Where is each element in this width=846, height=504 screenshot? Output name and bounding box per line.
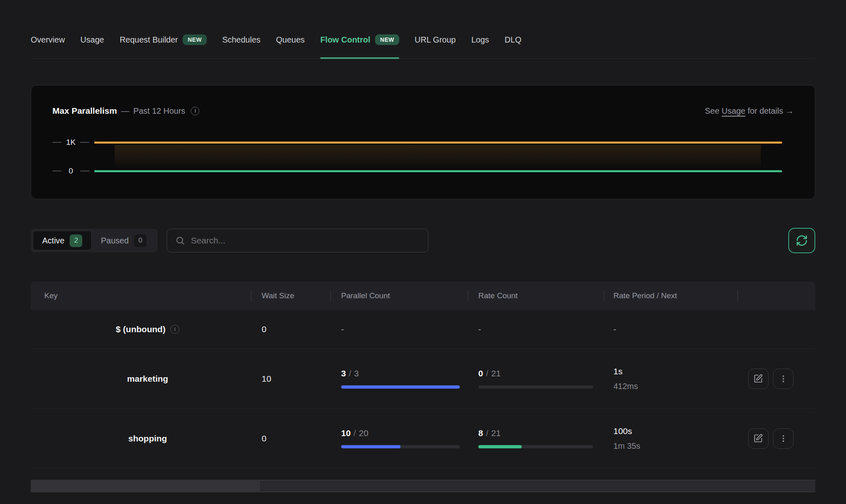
max-parallelism-card: Max Parallelism — Past 12 Hours i See Us… xyxy=(31,85,815,199)
flow-control-page: Overview Usage Request Builder NEW Sched… xyxy=(0,0,846,492)
parallel-empty: - xyxy=(341,324,468,334)
edit-pencil-icon xyxy=(753,434,763,443)
rate-next-value: 412ms xyxy=(613,382,737,391)
tab-dlq[interactable]: DLQ xyxy=(504,34,521,59)
new-badge: NEW xyxy=(375,34,399,45)
rate-count-metric: 0/21 xyxy=(478,369,604,389)
progress-fill xyxy=(341,445,400,448)
flow-control-table: Key Wait Size Parallel Count Rate Count … xyxy=(31,281,815,468)
axis-tick xyxy=(80,142,89,143)
rate-count-metric: 8/21 xyxy=(478,428,604,448)
horizontal-scrollbar-thumb[interactable] xyxy=(31,481,260,491)
rate-period-value: 1s xyxy=(613,367,737,376)
table-header: Key Wait Size Parallel Count Rate Count … xyxy=(31,281,815,310)
card-title: Max Parallelism xyxy=(52,106,117,116)
parallel-progress-bar xyxy=(341,385,460,389)
tab-flow-control[interactable]: Flow Control NEW xyxy=(320,34,399,59)
kebab-menu-icon xyxy=(779,374,788,383)
axis-tick xyxy=(52,142,61,143)
table-row: shopping 0 10/20 8/21 100s 1m 35s xyxy=(31,409,815,468)
tab-schedules[interactable]: Schedules xyxy=(222,34,260,59)
refresh-button[interactable] xyxy=(788,228,815,253)
period-empty: - xyxy=(613,324,737,334)
edit-button[interactable] xyxy=(748,428,769,449)
y-tick-1k: 1K xyxy=(61,138,80,147)
progress-fill xyxy=(341,385,460,389)
rate-empty: - xyxy=(478,324,604,334)
col-actions xyxy=(737,281,815,310)
paused-count-badge: 0 xyxy=(134,234,147,247)
table-row: marketing 10 3/3 0/21 1s 412ms xyxy=(31,349,815,409)
key-label: $ (unbound) xyxy=(116,324,165,334)
col-wait-size: Wait Size xyxy=(251,281,330,310)
edit-pencil-icon xyxy=(753,374,763,383)
table-row: $ (unbound) i 0 - - - xyxy=(31,310,815,349)
row-menu-button[interactable] xyxy=(773,428,794,449)
info-icon[interactable]: i xyxy=(191,107,199,115)
edit-button[interactable] xyxy=(748,369,769,389)
y-tick-0: 0 xyxy=(61,166,80,176)
parallel-progress-bar xyxy=(341,445,460,448)
wait-size-value: 10 xyxy=(262,374,330,384)
wait-size-value: 0 xyxy=(262,434,330,443)
usage-anchor[interactable]: Usage xyxy=(722,106,745,115)
card-range-label: Past 12 Hours xyxy=(133,106,185,116)
parallelism-chart: 1K 0 xyxy=(52,140,794,174)
tab-request-builder[interactable]: Request Builder NEW xyxy=(120,34,206,59)
filter-paused-button[interactable]: Paused 0 xyxy=(92,231,156,250)
new-badge: NEW xyxy=(183,34,206,45)
parallel-count-metric: 3/3 xyxy=(341,369,468,389)
search-box[interactable] xyxy=(167,229,428,252)
key-label: marketing xyxy=(127,374,168,384)
filter-row: Active 2 Paused 0 xyxy=(31,229,815,252)
tab-queues[interactable]: Queues xyxy=(276,34,305,59)
axis-tick xyxy=(80,171,89,171)
col-rate-period: Rate Period / Next xyxy=(604,281,737,310)
rate-next-value: 1m 35s xyxy=(613,441,737,451)
tab-url-group[interactable]: URL Group xyxy=(415,34,456,59)
col-key: Key xyxy=(31,281,251,310)
top-nav: Overview Usage Request Builder NEW Sched… xyxy=(31,0,815,59)
see-usage-link[interactable]: See Usage for details → xyxy=(705,106,794,116)
card-range-dash: — xyxy=(121,106,129,116)
status-segmented-control: Active 2 Paused 0 xyxy=(31,229,158,252)
tab-logs[interactable]: Logs xyxy=(471,34,489,59)
limit-line xyxy=(94,142,782,144)
wait-size-value: 0 xyxy=(262,324,330,334)
info-icon[interactable]: i xyxy=(170,325,179,334)
chart-row-limit: 1K xyxy=(52,140,794,145)
card-header: Max Parallelism — Past 12 Hours i See Us… xyxy=(52,106,794,116)
col-parallel-count: Parallel Count xyxy=(330,281,468,310)
rate-progress-bar xyxy=(478,385,593,389)
refresh-icon xyxy=(796,234,808,247)
search-icon xyxy=(175,236,185,245)
current-line xyxy=(94,170,782,172)
col-rate-count: Rate Count xyxy=(468,281,604,310)
arrow-right-icon: → xyxy=(785,106,794,115)
parallel-count-metric: 10/20 xyxy=(341,428,468,448)
row-menu-button[interactable] xyxy=(773,369,794,389)
rate-progress-bar xyxy=(478,445,593,448)
rate-period-value: 100s xyxy=(613,426,737,436)
tab-overview[interactable]: Overview xyxy=(31,34,65,59)
horizontal-scrollbar-track[interactable] xyxy=(31,480,815,492)
tab-usage[interactable]: Usage xyxy=(80,34,104,59)
axis-tick xyxy=(52,171,61,171)
progress-fill xyxy=(478,445,522,448)
chart-row-current: 0 xyxy=(52,168,794,174)
active-count-badge: 2 xyxy=(70,234,82,247)
key-label: shopping xyxy=(128,434,167,443)
filter-active-button[interactable]: Active 2 xyxy=(33,231,92,250)
search-input[interactable] xyxy=(191,236,420,245)
kebab-menu-icon xyxy=(779,434,788,443)
